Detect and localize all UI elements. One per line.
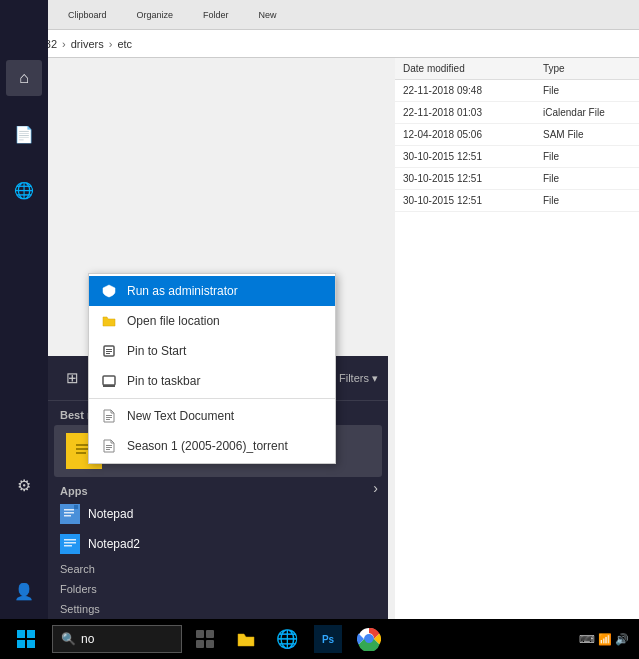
svg-rect-9: [62, 536, 78, 552]
expand-arrow-icon: ›: [373, 480, 378, 496]
ribbon-new: New: [259, 10, 277, 20]
svg-rect-20: [106, 417, 112, 418]
win-logo-q2: [27, 630, 35, 638]
svg-rect-22: [106, 445, 112, 446]
ribbon: access Clipboard Organize Folder New: [0, 0, 639, 30]
svg-rect-8: [74, 505, 78, 509]
ctx-new-text-doc[interactable]: New Text Document: [89, 401, 335, 431]
svg-rect-12: [64, 545, 72, 547]
svg-rect-27: [196, 640, 204, 648]
file-type-4: File: [543, 173, 631, 184]
sidebar-item-document[interactable]: 📄: [6, 116, 42, 152]
file-type-3: File: [543, 151, 631, 162]
table-row[interactable]: 22-11-2018 01:03 iCalendar File: [395, 102, 639, 124]
taskbar-search-text: no: [81, 632, 94, 646]
breadcrumb-drivers: drivers: [71, 38, 104, 50]
file-type-2: SAM File: [543, 129, 631, 140]
col-date-modified[interactable]: Date modified: [403, 63, 543, 74]
svg-rect-17: [103, 376, 115, 385]
search-section-label: Search: [48, 559, 388, 579]
svg-rect-6: [64, 512, 74, 514]
svg-rect-15: [106, 351, 112, 352]
task-view-button[interactable]: [187, 621, 223, 657]
taskbar-search-icon: 🔍: [61, 632, 76, 646]
apps-label: Apps: [48, 477, 388, 499]
svg-rect-23: [106, 447, 112, 448]
ctx-run-as-admin[interactable]: Run as administrator: [89, 276, 335, 306]
svg-rect-5: [64, 509, 74, 511]
svg-rect-14: [106, 349, 112, 350]
shield-icon: [101, 283, 117, 299]
svg-rect-18: [103, 385, 115, 387]
table-row[interactable]: 22-11-2018 09:48 File: [395, 80, 639, 102]
taskbar-search-box[interactable]: 🔍 no: [52, 625, 182, 653]
svg-rect-26: [206, 630, 214, 638]
svg-point-31: [365, 635, 373, 643]
taskbar-photoshop-icon[interactable]: Ps: [310, 621, 346, 657]
file-date-2: 12-04-2018 05:06: [403, 129, 543, 140]
win-logo-q1: [17, 630, 25, 638]
folders-section-label: Folders: [48, 579, 388, 599]
sidebar-item-settings[interactable]: ⚙: [6, 467, 42, 503]
app-item-notepad[interactable]: Notepad: [48, 499, 388, 529]
table-row[interactable]: 12-04-2018 05:06 SAM File: [395, 124, 639, 146]
ctx-pin-to-start[interactable]: Pin to Start: [89, 336, 335, 366]
start-menu-grid-icon[interactable]: ⊞: [58, 364, 86, 392]
sidebar-item-home[interactable]: ⌂: [6, 60, 42, 96]
notepad2-label: Notepad2: [88, 537, 140, 551]
taskbar-file-explorer[interactable]: [228, 621, 264, 657]
svg-rect-21: [106, 419, 110, 420]
taskbar-tray: ⌨ 📶 🔊: [579, 633, 634, 646]
file-date-3: 30-10-2015 12:51: [403, 151, 543, 162]
win-logo-q4: [27, 640, 35, 648]
taskbar-chrome-icon[interactable]: [351, 621, 387, 657]
notepad-label: Notepad: [88, 507, 133, 521]
tray-icons: ⌨ 📶 🔊: [579, 633, 629, 646]
svg-rect-28: [206, 640, 214, 648]
svg-rect-7: [64, 515, 71, 517]
file-type-5: File: [543, 195, 631, 206]
ctx-new-text-label: New Text Document: [127, 409, 234, 423]
address-bar[interactable]: system32 › drivers › etc: [0, 30, 639, 58]
torrent-doc-icon: [101, 438, 117, 454]
col-type[interactable]: Type: [543, 63, 631, 74]
settings-section-label: Settings: [48, 599, 388, 619]
ribbon-clipboard: Clipboard: [68, 10, 107, 20]
table-row[interactable]: 30-10-2015 12:51 File: [395, 190, 639, 212]
ctx-open-location-label: Open file location: [127, 314, 220, 328]
notepad2-icon: [60, 534, 80, 554]
svg-rect-25: [196, 630, 204, 638]
file-date-4: 30-10-2015 12:51: [403, 173, 543, 184]
table-row[interactable]: 30-10-2015 12:51 File: [395, 168, 639, 190]
ctx-pin-to-taskbar[interactable]: Pin to taskbar: [89, 366, 335, 396]
ctx-season-torrent[interactable]: Season 1 (2005-2006)_torrent: [89, 431, 335, 461]
sidebar-item-globe[interactable]: 🌐: [6, 172, 42, 208]
pin-taskbar-icon: [101, 373, 117, 389]
windows-logo-icon: [17, 630, 35, 648]
svg-rect-10: [64, 539, 76, 541]
taskbar-globe-icon[interactable]: 🌐: [269, 621, 305, 657]
start-button[interactable]: [5, 619, 47, 659]
pin-start-icon: [101, 343, 117, 359]
notepad-icon: [60, 504, 80, 524]
file-list-area: Date modified Type 22-11-2018 09:48 File…: [395, 58, 639, 619]
sidebar-item-person[interactable]: 👤: [6, 573, 42, 609]
table-row[interactable]: 30-10-2015 12:51 File: [395, 146, 639, 168]
context-menu: Run as administrator Open file location …: [88, 273, 336, 464]
ribbon-organize: Organize: [137, 10, 174, 20]
svg-rect-11: [64, 542, 76, 544]
app-item-notepad2[interactable]: Notepad2: [48, 529, 388, 559]
new-doc-icon: [101, 408, 117, 424]
svg-rect-16: [106, 353, 110, 354]
file-type-0: File: [543, 85, 631, 96]
svg-rect-24: [106, 449, 110, 450]
filters-label[interactable]: Filters ▾: [339, 372, 378, 385]
breadcrumb-etc: etc: [117, 38, 132, 50]
folder-icon: [101, 313, 117, 329]
ctx-open-file-location[interactable]: Open file location: [89, 306, 335, 336]
svg-rect-19: [106, 415, 112, 416]
taskbar: 🔍 no 🌐 Ps ⌨ 📶 �: [0, 619, 639, 659]
ps-icon-inner: Ps: [314, 625, 342, 653]
ctx-run-admin-label: Run as administrator: [127, 284, 238, 298]
ctx-divider: [89, 398, 335, 399]
